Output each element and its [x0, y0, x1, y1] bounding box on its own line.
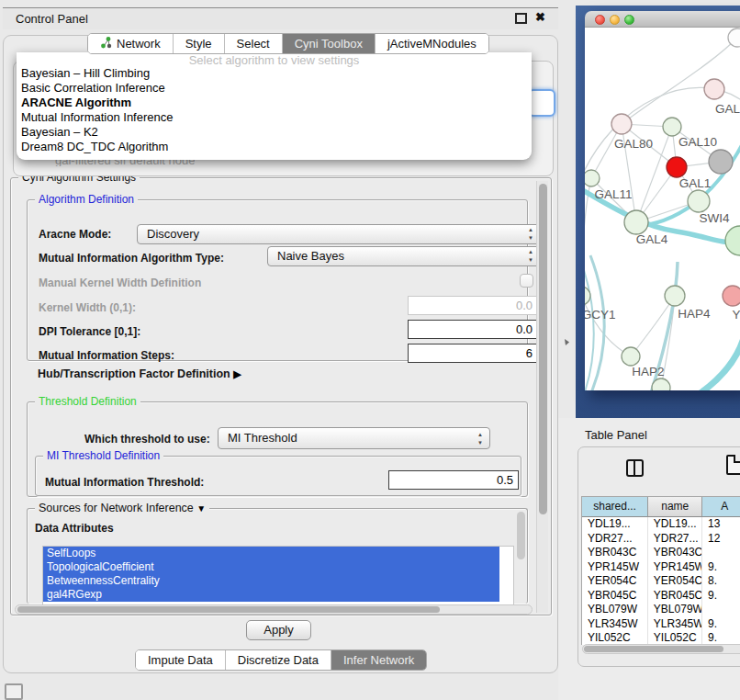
- table-row[interactable]: YDL19...YDL19...13: [582, 517, 740, 532]
- settings-horizontal-scrollbar[interactable]: [15, 604, 533, 615]
- network-node[interactable]: [709, 150, 733, 174]
- table-cell: [702, 546, 740, 560]
- table-horizontal-scrollbar[interactable]: [582, 644, 740, 654]
- attributes-scrollbar[interactable]: [517, 512, 525, 559]
- table-horizontal-scrollbar-thumb[interactable]: [584, 646, 723, 652]
- algorithm-definition-group: Algorithm Definition Aracne Mode: Discov…: [27, 199, 528, 361]
- close-window-icon[interactable]: [595, 15, 605, 25]
- table-cell: YDL19...: [582, 517, 648, 532]
- network-node-gal11[interactable]: [585, 170, 600, 186]
- tab-impute-data[interactable]: Impute Data: [136, 650, 226, 670]
- kernel-width-label: Kernel Width (0,1):: [39, 301, 136, 314]
- table-cell: 9.: [702, 631, 740, 645]
- network-node-gal1[interactable]: [688, 190, 710, 212]
- tab-network[interactable]: Network: [88, 34, 174, 53]
- maximize-window-icon[interactable]: [624, 15, 634, 25]
- table-cell: 13: [702, 517, 740, 532]
- network-edge[interactable]: [590, 255, 604, 390]
- control-panel: Control Panel ✖ NetworkStyleSelectCyni T…: [3, 7, 558, 673]
- table-row[interactable]: YDR27...YDR27...12: [582, 532, 740, 547]
- manual-kernel-checkbox[interactable]: [520, 274, 533, 288]
- algorithm-option[interactable]: Dream8 DC_TDC Algorithm: [17, 140, 532, 154]
- column-header[interactable]: name: [648, 497, 702, 517]
- tab-jactivemnodules[interactable]: jActiveMNodules: [376, 34, 488, 53]
- table-cell: YBL079W: [648, 603, 702, 617]
- apply-button[interactable]: Apply: [246, 620, 311, 640]
- tab-select[interactable]: Select: [225, 34, 283, 53]
- network-graph[interactable]: GALGAL80GAL10GAL1GAL11SWI4GAL4GCY1HAP4YH…: [585, 28, 740, 390]
- float-panel-icon[interactable]: [515, 13, 527, 24]
- algorithm-option[interactable]: Mutual Information Inference: [17, 110, 532, 125]
- table-row[interactable]: YBL079WYBL079W: [582, 603, 740, 617]
- new-table-icon[interactable]: [726, 455, 740, 475]
- network-node-gal10[interactable]: [663, 118, 681, 136]
- table-row[interactable]: YIL052CYIL052C9.: [582, 631, 740, 645]
- network-node-gal80[interactable]: [611, 114, 632, 134]
- minimize-window-icon[interactable]: [610, 15, 620, 25]
- which-threshold-value: MI Threshold: [228, 431, 297, 445]
- attribute-item[interactable]: gal4RGexp: [43, 588, 499, 602]
- docked-panel-icon[interactable]: [5, 683, 23, 700]
- network-window-titlebar[interactable]: [585, 11, 740, 28]
- algorithm-option[interactable]: Basic Correlation Inference: [17, 81, 532, 96]
- network-desktop: GALGAL80GAL10GAL1GAL11SWI4GAL4GCY1HAP4YH…: [576, 6, 740, 418]
- algorithm-option[interactable]: Bayesian – K2: [17, 125, 532, 140]
- table-cell: YIL052C: [582, 631, 648, 645]
- attribute-item[interactable]: SelfLoops: [43, 547, 499, 560]
- column-header[interactable]: A: [702, 497, 740, 517]
- kernel-width-input[interactable]: 0.0: [408, 296, 538, 315]
- sources-group: Sources for Network Inference ▼ Data Att…: [27, 508, 528, 604]
- network-node-hap2[interactable]: [622, 347, 640, 366]
- which-threshold-select[interactable]: MI Threshold ▲▼: [218, 427, 490, 449]
- expand-right-icon: ▶: [233, 368, 241, 379]
- mi-steps-label: Mutual Information Steps:: [39, 349, 174, 362]
- data-attributes-label: Data Attributes: [35, 522, 114, 535]
- sources-group-title[interactable]: Sources for Network Inference ▼: [35, 502, 209, 514]
- control-panel-header: Control Panel ✖: [3, 7, 558, 29]
- attribute-item[interactable]: TopologicalCoefficient: [43, 560, 499, 574]
- table-cell: YBR043C: [582, 546, 648, 560]
- network-node-y[interactable]: [723, 286, 740, 306]
- mi-steps-input[interactable]: 6: [408, 344, 538, 363]
- aracne-mode-select[interactable]: Discovery ▲▼: [137, 224, 541, 244]
- tab-label: Infer Network: [343, 653, 414, 667]
- algorithm-option[interactable]: Bayesian – Hill Climbing: [17, 66, 532, 81]
- table-row[interactable]: YLR345WYLR345W9.: [582, 617, 740, 632]
- tab-discretize-data[interactable]: Discretize Data: [226, 650, 331, 670]
- network-edge[interactable]: [695, 338, 740, 390]
- column-header[interactable]: shared...: [582, 497, 648, 517]
- network-edge[interactable]: [585, 265, 594, 390]
- tab-label: Impute Data: [148, 653, 213, 667]
- dpi-tolerance-input[interactable]: 0.0: [408, 320, 538, 339]
- tab-cyni-toolbox[interactable]: Cyni Toolbox: [283, 34, 376, 53]
- split-panel-icon[interactable]: [626, 459, 644, 477]
- mi-threshold-input[interactable]: 0.5: [388, 470, 519, 490]
- network-node-swi4[interactable]: [725, 226, 740, 255]
- network-node-gal4[interactable]: [624, 210, 648, 234]
- table-panel-body: shared...nameAYDL19...YDL19...13YDR27...…: [577, 446, 740, 667]
- network-node[interactable]: [667, 157, 687, 177]
- tab-style[interactable]: Style: [174, 34, 225, 53]
- table-cell: 9.: [702, 560, 740, 575]
- table-row[interactable]: YBR043CYBR043C: [582, 546, 740, 560]
- mi-type-select[interactable]: Naive Bayes ▲▼: [267, 246, 541, 266]
- algorithm-option[interactable]: ARACNE Algorithm: [17, 96, 532, 110]
- network-node-hap4[interactable]: [665, 286, 685, 306]
- algorithm-dropdown-popup: Select algorithm to view settings Bayesi…: [17, 52, 532, 160]
- focused-combo-fragment[interactable]: [528, 89, 555, 117]
- hub-definition-toggle[interactable]: Hub/Transcription Factor Definition ▶: [38, 367, 241, 380]
- tab-infer-network[interactable]: Infer Network: [331, 650, 426, 670]
- table-cell: YIL052C: [648, 631, 702, 645]
- close-panel-icon[interactable]: ✖: [535, 10, 545, 24]
- node-label: GAL80: [614, 137, 653, 151]
- node-label: SWI4: [699, 211, 729, 225]
- settings-vertical-scrollbar-thumb[interactable]: [539, 184, 547, 514]
- table-row[interactable]: YPR145WYPR145W9.: [582, 560, 740, 575]
- network-canvas[interactable]: GALGAL80GAL10GAL1GAL11SWI4GAL4GCY1HAP4YH…: [585, 28, 740, 390]
- attribute-item[interactable]: BetweennessCentrality: [43, 574, 499, 588]
- settings-horizontal-scrollbar-thumb[interactable]: [17, 606, 440, 613]
- table-row[interactable]: YBR045CYBR045C9.: [582, 589, 740, 604]
- network-node-gal[interactable]: [704, 79, 724, 99]
- settings-vertical-scrollbar[interactable]: [536, 181, 548, 613]
- table-row[interactable]: YER054CYER054C8.: [582, 574, 740, 589]
